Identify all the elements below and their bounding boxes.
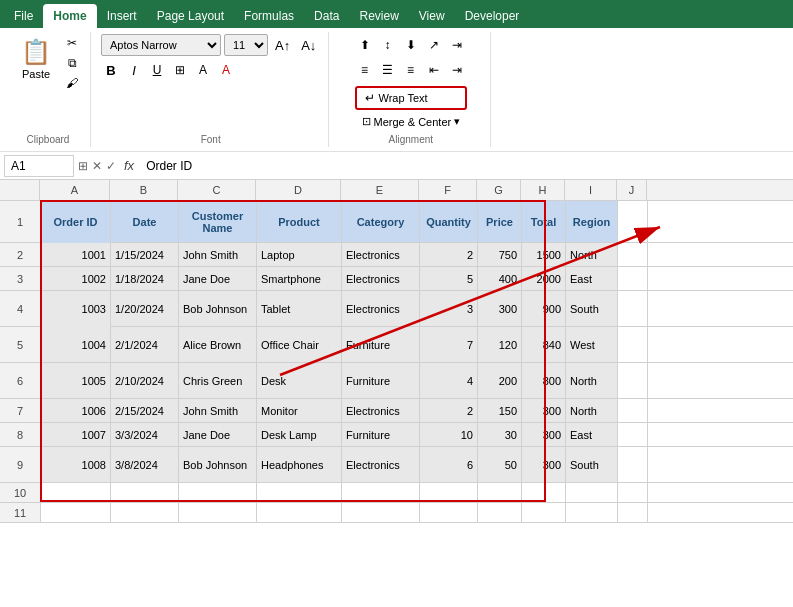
cell-g10[interactable] — [478, 483, 522, 502]
underline-button[interactable]: U — [147, 59, 167, 81]
cell-e8[interactable]: Furniture — [342, 423, 420, 446]
col-header-b[interactable]: B — [110, 180, 178, 200]
cell-h11[interactable] — [522, 503, 566, 522]
italic-button[interactable]: I — [124, 59, 144, 81]
cell-e9[interactable]: Electronics — [342, 447, 420, 482]
cell-j4[interactable] — [618, 291, 648, 326]
bold-button[interactable]: B — [101, 59, 121, 81]
cell-b8[interactable]: 3/3/2024 — [111, 423, 179, 446]
row-header-8[interactable]: 8 — [0, 423, 40, 447]
cancel-icon[interactable]: ✕ — [92, 159, 102, 173]
ribbon-tab-page layout[interactable]: Page Layout — [147, 4, 234, 28]
fill-color-button[interactable]: A — [193, 59, 213, 81]
cell-b11[interactable] — [111, 503, 179, 522]
col-header-i[interactable]: I — [565, 180, 617, 200]
cell-d8[interactable]: Desk Lamp — [257, 423, 342, 446]
cell-f8[interactable]: 10 — [420, 423, 478, 446]
cell-c4[interactable]: Bob Johnson — [179, 291, 257, 326]
cell-h2[interactable]: 1500 — [522, 243, 566, 266]
cell-d6[interactable]: Desk — [257, 363, 342, 398]
cell-a2[interactable]: 1001 — [41, 243, 111, 266]
col-header-c[interactable]: C — [178, 180, 256, 200]
row-header-7[interactable]: 7 — [0, 399, 40, 423]
cell-f1[interactable]: Quantity — [420, 201, 478, 242]
cell-j2[interactable] — [618, 243, 648, 266]
cell-c3[interactable]: Jane Doe — [179, 267, 257, 290]
cell-j1[interactable] — [618, 201, 648, 242]
cell-j8[interactable] — [618, 423, 648, 446]
corner-cell[interactable] — [0, 180, 40, 200]
row-header-4[interactable]: 4 — [0, 291, 40, 327]
orientation-button[interactable]: ↗ — [424, 34, 444, 56]
cell-a9[interactable]: 1008 — [41, 447, 111, 482]
cell-b1[interactable]: Date — [111, 201, 179, 242]
cell-j5[interactable] — [618, 327, 648, 362]
cell-a10[interactable] — [41, 483, 111, 502]
cell-c5[interactable]: Alice Brown — [179, 327, 257, 362]
cell-g9[interactable]: 50 — [478, 447, 522, 482]
cell-b9[interactable]: 3/8/2024 — [111, 447, 179, 482]
cell-h5[interactable]: 840 — [522, 327, 566, 362]
cell-a3[interactable]: 1002 — [41, 267, 111, 290]
cell-f3[interactable]: 5 — [420, 267, 478, 290]
cell-b7[interactable]: 2/15/2024 — [111, 399, 179, 422]
cell-g6[interactable]: 200 — [478, 363, 522, 398]
merge-dropdown-icon[interactable]: ▾ — [454, 115, 460, 128]
paste-button[interactable]: 📋 Paste — [14, 34, 58, 82]
confirm-icon[interactable]: ✓ — [106, 159, 116, 173]
cell-j6[interactable] — [618, 363, 648, 398]
cell-g2[interactable]: 750 — [478, 243, 522, 266]
cell-a7[interactable]: 1006 — [41, 399, 111, 422]
col-header-a[interactable]: A — [40, 180, 110, 200]
cell-i4[interactable]: South — [566, 291, 618, 326]
ribbon-tab-review[interactable]: Review — [349, 4, 408, 28]
ribbon-tab-file[interactable]: File — [4, 4, 43, 28]
cell-j11[interactable] — [618, 503, 648, 522]
cell-a11[interactable] — [41, 503, 111, 522]
cell-f7[interactable]: 2 — [420, 399, 478, 422]
cell-h8[interactable]: 300 — [522, 423, 566, 446]
cell-g1[interactable]: Price — [478, 201, 522, 242]
align-center-button[interactable]: ☰ — [378, 59, 398, 81]
cell-i8[interactable]: East — [566, 423, 618, 446]
cell-f2[interactable]: 2 — [420, 243, 478, 266]
cell-d5[interactable]: Office Chair — [257, 327, 342, 362]
cell-g3[interactable]: 400 — [478, 267, 522, 290]
ribbon-tab-insert[interactable]: Insert — [97, 4, 147, 28]
font-color-button[interactable]: A — [216, 59, 236, 81]
cell-f5[interactable]: 7 — [420, 327, 478, 362]
cell-h1[interactable]: Total — [522, 201, 566, 242]
decrease-font-button[interactable]: A↓ — [297, 34, 320, 56]
cell-e2[interactable]: Electronics — [342, 243, 420, 266]
cell-g7[interactable]: 150 — [478, 399, 522, 422]
cell-d10[interactable] — [257, 483, 342, 502]
cell-b5[interactable]: 2/1/2024 — [111, 327, 179, 362]
format-painter-button[interactable]: 🖌 — [62, 74, 82, 92]
cell-f4[interactable]: 3 — [420, 291, 478, 326]
align-left-button[interactable]: ≡ — [355, 59, 375, 81]
merge-center-button[interactable]: ⊡ Merge & Center ▾ — [355, 112, 468, 131]
cell-a5[interactable]: 1004 — [41, 327, 111, 362]
cell-i6[interactable]: North — [566, 363, 618, 398]
cell-d4[interactable]: Tablet — [257, 291, 342, 326]
cell-h7[interactable]: 300 — [522, 399, 566, 422]
cell-c10[interactable] — [179, 483, 257, 502]
row-header-2[interactable]: 2 — [0, 243, 40, 267]
cell-h9[interactable]: 300 — [522, 447, 566, 482]
cell-a4[interactable]: 1003 — [41, 291, 111, 327]
cell-e5[interactable]: Furniture — [342, 327, 420, 362]
align-top-button[interactable]: ⬆ — [355, 34, 375, 56]
col-header-f[interactable]: F — [419, 180, 477, 200]
row-header-3[interactable]: 3 — [0, 267, 40, 291]
cell-c1[interactable]: Customer Name — [179, 201, 257, 242]
cell-reference-box[interactable]: A1 — [4, 155, 74, 177]
align-bottom-button[interactable]: ⬇ — [401, 34, 421, 56]
cell-f9[interactable]: 6 — [420, 447, 478, 482]
formula-input[interactable] — [142, 159, 789, 173]
cell-h6[interactable]: 800 — [522, 363, 566, 398]
col-header-g[interactable]: G — [477, 180, 521, 200]
cell-d1[interactable]: Product — [257, 201, 342, 242]
row-header-1[interactable]: 1 — [0, 201, 40, 243]
cell-b3[interactable]: 1/18/2024 — [111, 267, 179, 290]
cell-e6[interactable]: Furniture — [342, 363, 420, 398]
